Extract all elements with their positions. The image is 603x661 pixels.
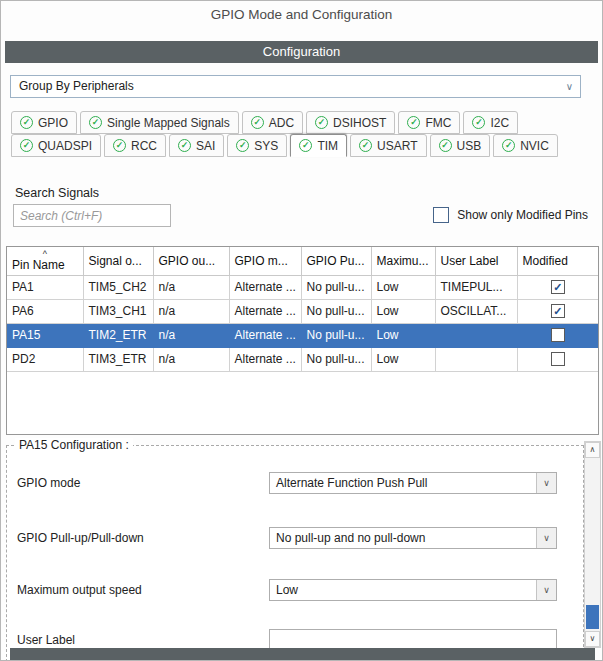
column-header[interactable]: User Label [435, 247, 517, 275]
tab-label: GPIO [38, 116, 68, 130]
table-cell-modified: ✓ [517, 275, 598, 299]
tab-row-2: ✓QUADSPI✓RCC✓SAI✓SYS✓TIM✓USART✓USB✓NVIC [11, 134, 558, 157]
tab-i2c[interactable]: ✓I2C [463, 111, 518, 134]
check-circle-icon: ✓ [359, 139, 372, 152]
table-cell: No pull-u... [301, 347, 371, 371]
tab-label: USB [457, 139, 482, 153]
tab-label: QUADSPI [38, 139, 92, 153]
column-header[interactable]: Modified [517, 247, 598, 275]
table-cell-modified: ✓ [517, 299, 598, 323]
signals-table: ^Pin NameSignal o...GPIO ou...GPIO m...G… [7, 247, 598, 372]
search-signals-label: Search Signals [15, 186, 99, 200]
tab-sys[interactable]: ✓SYS [227, 134, 287, 157]
tab-label: USART [377, 139, 417, 153]
config-field-value: No pull-up and no pull-down [276, 531, 425, 545]
tab-nvic[interactable]: ✓NVIC [493, 134, 558, 157]
signals-table-panel: ^Pin NameSignal o...GPIO ou...GPIO m...G… [6, 246, 599, 435]
page-title: GPIO Mode and Configuration [1, 7, 602, 22]
chevron-down-icon: ∨ [536, 580, 556, 600]
pin-config-group: PA15 Configuration : GPIO modeAlternate … [6, 445, 584, 661]
check-circle-icon: ✓ [472, 116, 485, 129]
column-header[interactable]: GPIO ou... [153, 247, 229, 275]
table-cell: Alternate ... [229, 323, 301, 347]
modified-checkbox[interactable]: ✓ [551, 280, 565, 294]
tab-usb[interactable]: ✓USB [430, 134, 491, 157]
config-select-gpio-mode[interactable]: Alternate Function Push Pull∨ [269, 472, 557, 494]
tab-gpio[interactable]: ✓GPIO [11, 111, 77, 134]
table-cell: n/a [153, 275, 229, 299]
column-header-label: Modified [523, 254, 568, 268]
sort-ascending-icon: ^ [12, 250, 78, 258]
column-header-label: Maximu... [377, 254, 429, 268]
tab-label: RCC [131, 139, 157, 153]
table-cell-modified [517, 323, 598, 347]
tab-label: SYS [254, 139, 278, 153]
scrollbar-thumb[interactable] [586, 605, 599, 629]
table-cell: OSCILLAT... [435, 299, 517, 323]
check-circle-icon: ✓ [439, 139, 452, 152]
table-cell: Low [371, 323, 435, 347]
show-modified-filter[interactable]: Show only Modified Pins [433, 207, 588, 223]
config-select-gpio-pull-up-pull-down[interactable]: No pull-up and no pull-down∨ [269, 527, 557, 549]
column-header[interactable]: Maximu... [371, 247, 435, 275]
table-cell: No pull-u... [301, 275, 371, 299]
config-field-value: Alternate Function Push Pull [276, 476, 427, 490]
table-cell: Low [371, 299, 435, 323]
chevron-down-icon: ∨ [536, 528, 556, 548]
table-cell: TIM2_ETR [83, 323, 153, 347]
table-cell: TIM3_CH1 [83, 299, 153, 323]
tab-sai[interactable]: ✓SAI [169, 134, 224, 157]
tab-rcc[interactable]: ✓RCC [104, 134, 166, 157]
check-circle-icon: ✓ [20, 116, 33, 129]
chevron-down-icon: ∨ [536, 473, 556, 493]
column-header[interactable]: GPIO m... [229, 247, 301, 275]
tab-quadspi[interactable]: ✓QUADSPI [11, 134, 101, 157]
check-circle-icon: ✓ [178, 139, 191, 152]
modified-checkbox[interactable]: ✓ [551, 304, 565, 318]
tab-label: I2C [490, 116, 509, 130]
column-header-label: GPIO m... [235, 254, 288, 268]
table-cell: n/a [153, 323, 229, 347]
next-section-header-partial [10, 648, 595, 660]
config-select-maximum-output-speed[interactable]: Low∨ [269, 579, 557, 601]
tab-single-mapped-signals[interactable]: ✓Single Mapped Signals [80, 111, 239, 134]
config-field-label: Maximum output speed [17, 583, 142, 597]
tab-usart[interactable]: ✓USART [350, 134, 426, 157]
group-by-select[interactable]: Group By Peripherals ∨ [10, 75, 581, 98]
table-row[interactable]: PA1TIM5_CH2n/aAlternate ...No pull-u...L… [7, 275, 598, 299]
column-header-label: GPIO ou... [159, 254, 216, 268]
tab-fmc[interactable]: ✓FMC [398, 111, 460, 134]
table-cell: TIMEPUL... [435, 275, 517, 299]
configuration-section-header: Configuration [5, 41, 598, 63]
tab-label: Single Mapped Signals [107, 116, 230, 130]
scroll-up-button[interactable]: ∧ [585, 442, 600, 458]
signals-table-head-row: ^Pin NameSignal o...GPIO ou...GPIO m...G… [7, 247, 598, 275]
column-header[interactable]: GPIO Pu... [301, 247, 371, 275]
modified-checkbox[interactable] [551, 328, 565, 342]
tab-label: TIM [317, 139, 338, 153]
scroll-down-button[interactable]: ∨ [585, 631, 600, 647]
vertical-scrollbar[interactable]: ∧ ∨ [584, 441, 601, 648]
column-header[interactable]: ^Pin Name [7, 247, 83, 275]
search-input[interactable] [13, 204, 171, 227]
table-row[interactable]: PD2TIM3_ETRn/aAlternate ...No pull-u...L… [7, 347, 598, 371]
column-header[interactable]: Signal o... [83, 247, 153, 275]
pin-config-title: PA15 Configuration : [15, 438, 133, 452]
modified-checkbox[interactable] [551, 352, 565, 366]
table-cell: Alternate ... [229, 275, 301, 299]
config-field-label: GPIO mode [17, 476, 80, 490]
show-modified-checkbox[interactable] [433, 207, 449, 223]
tab-label: DSIHOST [333, 116, 386, 130]
tab-tim[interactable]: ✓TIM [290, 134, 347, 157]
chevron-down-icon: ∨ [566, 76, 573, 97]
chevron-down-icon: ∨ [590, 634, 596, 643]
tab-adc[interactable]: ✓ADC [242, 111, 303, 134]
tab-label: ADC [269, 116, 294, 130]
check-circle-icon: ✓ [89, 116, 102, 129]
table-row[interactable]: PA15TIM2_ETRn/aAlternate ...No pull-u...… [7, 323, 598, 347]
table-row[interactable]: PA6TIM3_CH1n/aAlternate ...No pull-u...L… [7, 299, 598, 323]
tab-dsihost[interactable]: ✓DSIHOST [306, 111, 395, 134]
tab-label: FMC [425, 116, 451, 130]
table-cell-modified [517, 347, 598, 371]
check-circle-icon: ✓ [20, 139, 33, 152]
